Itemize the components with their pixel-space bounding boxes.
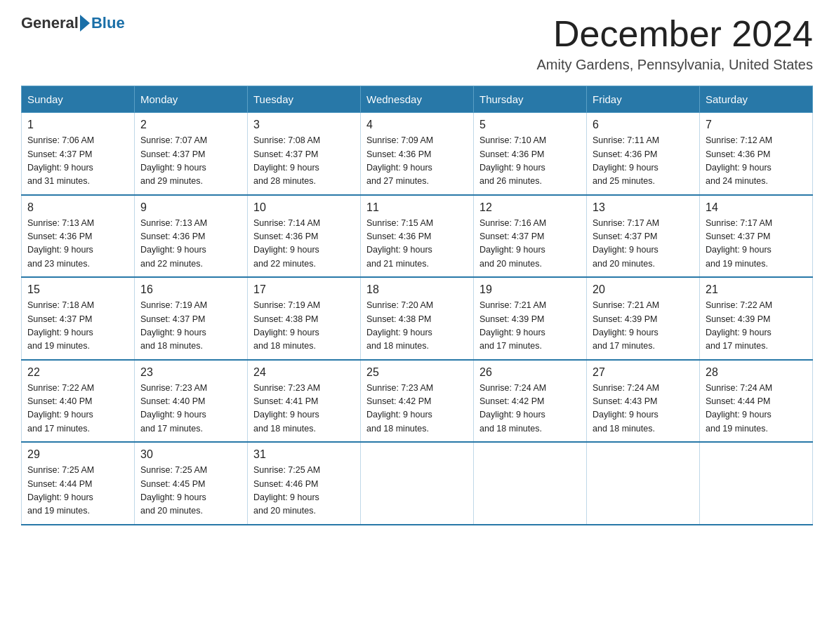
calendar-cell bbox=[474, 442, 587, 525]
calendar-cell bbox=[361, 442, 474, 525]
day-number: 1 bbox=[27, 119, 128, 131]
day-number: 30 bbox=[140, 448, 241, 461]
calendar-cell: 9 Sunrise: 7:13 AM Sunset: 4:36 PM Dayli… bbox=[135, 195, 248, 278]
day-info: Sunrise: 7:19 AM Sunset: 4:37 PM Dayligh… bbox=[140, 299, 241, 354]
calendar-cell: 19 Sunrise: 7:21 AM Sunset: 4:39 PM Dayl… bbox=[474, 277, 587, 360]
day-info: Sunrise: 7:25 AM Sunset: 4:45 PM Dayligh… bbox=[140, 464, 241, 518]
day-number: 22 bbox=[27, 366, 128, 379]
day-number: 29 bbox=[27, 448, 128, 461]
week-row-4: 22 Sunrise: 7:22 AM Sunset: 4:40 PM Dayl… bbox=[22, 360, 813, 443]
calendar-cell: 24 Sunrise: 7:23 AM Sunset: 4:41 PM Dayl… bbox=[248, 360, 361, 443]
day-number: 25 bbox=[366, 366, 468, 379]
calendar-cell: 23 Sunrise: 7:23 AM Sunset: 4:40 PM Dayl… bbox=[135, 360, 248, 443]
calendar-cell: 21 Sunrise: 7:22 AM Sunset: 4:39 PM Dayl… bbox=[700, 277, 813, 360]
day-info: Sunrise: 7:22 AM Sunset: 4:40 PM Dayligh… bbox=[27, 382, 128, 436]
day-info: Sunrise: 7:15 AM Sunset: 4:36 PM Dayligh… bbox=[366, 217, 468, 271]
day-info: Sunrise: 7:25 AM Sunset: 4:44 PM Dayligh… bbox=[27, 464, 128, 518]
day-info: Sunrise: 7:16 AM Sunset: 4:37 PM Dayligh… bbox=[479, 217, 581, 271]
day-info: Sunrise: 7:21 AM Sunset: 4:39 PM Dayligh… bbox=[593, 299, 694, 354]
day-info: Sunrise: 7:07 AM Sunset: 4:37 PM Dayligh… bbox=[140, 134, 241, 189]
header-wednesday: Wednesday bbox=[361, 86, 474, 113]
calendar-cell: 17 Sunrise: 7:19 AM Sunset: 4:38 PM Dayl… bbox=[248, 277, 361, 360]
title-area: December 2024 Amity Gardens, Pennsylvani… bbox=[536, 14, 813, 73]
header-monday: Monday bbox=[135, 86, 248, 113]
day-number: 11 bbox=[366, 201, 468, 214]
header-friday: Friday bbox=[587, 86, 700, 113]
calendar-cell: 22 Sunrise: 7:22 AM Sunset: 4:40 PM Dayl… bbox=[22, 360, 135, 443]
calendar-cell: 10 Sunrise: 7:14 AM Sunset: 4:36 PM Dayl… bbox=[248, 195, 361, 278]
calendar-cell: 5 Sunrise: 7:10 AM Sunset: 4:36 PM Dayli… bbox=[474, 113, 587, 195]
day-info: Sunrise: 7:24 AM Sunset: 4:43 PM Dayligh… bbox=[593, 382, 694, 436]
logo-blue-text: Blue bbox=[91, 14, 125, 32]
day-info: Sunrise: 7:11 AM Sunset: 4:36 PM Dayligh… bbox=[593, 134, 694, 189]
day-info: Sunrise: 7:08 AM Sunset: 4:37 PM Dayligh… bbox=[253, 134, 355, 189]
week-row-2: 8 Sunrise: 7:13 AM Sunset: 4:36 PM Dayli… bbox=[22, 195, 813, 278]
header-saturday: Saturday bbox=[700, 86, 813, 113]
location-title: Amity Gardens, Pennsylvania, United Stat… bbox=[536, 57, 813, 73]
day-number: 20 bbox=[593, 283, 694, 296]
calendar-cell: 2 Sunrise: 7:07 AM Sunset: 4:37 PM Dayli… bbox=[135, 113, 248, 195]
day-info: Sunrise: 7:06 AM Sunset: 4:37 PM Dayligh… bbox=[27, 134, 128, 189]
calendar-cell: 12 Sunrise: 7:16 AM Sunset: 4:37 PM Dayl… bbox=[474, 195, 587, 278]
day-info: Sunrise: 7:23 AM Sunset: 4:41 PM Dayligh… bbox=[253, 382, 355, 436]
day-number: 16 bbox=[140, 283, 241, 296]
header-sunday: Sunday bbox=[22, 86, 135, 113]
day-info: Sunrise: 7:10 AM Sunset: 4:36 PM Dayligh… bbox=[479, 134, 581, 189]
calendar-cell: 20 Sunrise: 7:21 AM Sunset: 4:39 PM Dayl… bbox=[587, 277, 700, 360]
day-info: Sunrise: 7:24 AM Sunset: 4:44 PM Dayligh… bbox=[706, 382, 807, 436]
calendar-cell: 13 Sunrise: 7:17 AM Sunset: 4:37 PM Dayl… bbox=[587, 195, 700, 278]
calendar-cell: 1 Sunrise: 7:06 AM Sunset: 4:37 PM Dayli… bbox=[22, 113, 135, 195]
calendar-cell: 26 Sunrise: 7:24 AM Sunset: 4:42 PM Dayl… bbox=[474, 360, 587, 443]
week-row-3: 15 Sunrise: 7:18 AM Sunset: 4:37 PM Dayl… bbox=[22, 277, 813, 360]
day-info: Sunrise: 7:09 AM Sunset: 4:36 PM Dayligh… bbox=[366, 134, 468, 189]
day-info: Sunrise: 7:25 AM Sunset: 4:46 PM Dayligh… bbox=[253, 464, 355, 518]
day-info: Sunrise: 7:21 AM Sunset: 4:39 PM Dayligh… bbox=[479, 299, 581, 354]
day-info: Sunrise: 7:20 AM Sunset: 4:38 PM Dayligh… bbox=[366, 299, 468, 354]
calendar-cell: 15 Sunrise: 7:18 AM Sunset: 4:37 PM Dayl… bbox=[22, 277, 135, 360]
day-number: 10 bbox=[253, 201, 355, 214]
calendar-cell: 16 Sunrise: 7:19 AM Sunset: 4:37 PM Dayl… bbox=[135, 277, 248, 360]
day-number: 23 bbox=[140, 366, 241, 379]
calendar-cell: 30 Sunrise: 7:25 AM Sunset: 4:45 PM Dayl… bbox=[135, 442, 248, 525]
month-title: December 2024 bbox=[536, 14, 813, 54]
day-number: 6 bbox=[593, 119, 694, 131]
calendar-table: SundayMondayTuesdayWednesdayThursdayFrid… bbox=[21, 86, 813, 525]
calendar-cell: 6 Sunrise: 7:11 AM Sunset: 4:36 PM Dayli… bbox=[587, 113, 700, 195]
day-info: Sunrise: 7:17 AM Sunset: 4:37 PM Dayligh… bbox=[593, 217, 694, 271]
calendar-cell: 29 Sunrise: 7:25 AM Sunset: 4:44 PM Dayl… bbox=[22, 442, 135, 525]
calendar-cell: 11 Sunrise: 7:15 AM Sunset: 4:36 PM Dayl… bbox=[361, 195, 474, 278]
day-number: 12 bbox=[479, 201, 581, 214]
week-row-1: 1 Sunrise: 7:06 AM Sunset: 4:37 PM Dayli… bbox=[22, 113, 813, 195]
calendar-cell bbox=[587, 442, 700, 525]
day-number: 13 bbox=[593, 201, 694, 214]
calendar-cell: 14 Sunrise: 7:17 AM Sunset: 4:37 PM Dayl… bbox=[700, 195, 813, 278]
day-number: 26 bbox=[479, 366, 581, 379]
calendar-cell: 8 Sunrise: 7:13 AM Sunset: 4:36 PM Dayli… bbox=[22, 195, 135, 278]
day-number: 15 bbox=[27, 283, 128, 296]
day-number: 14 bbox=[706, 201, 807, 214]
day-info: Sunrise: 7:13 AM Sunset: 4:36 PM Dayligh… bbox=[140, 217, 241, 271]
header: General Blue December 2024 Amity Gardens… bbox=[21, 14, 813, 73]
day-number: 24 bbox=[253, 366, 355, 379]
day-number: 19 bbox=[479, 283, 581, 296]
logo-arrow-icon bbox=[80, 15, 90, 32]
day-number: 18 bbox=[366, 283, 468, 296]
day-info: Sunrise: 7:23 AM Sunset: 4:40 PM Dayligh… bbox=[140, 382, 241, 436]
day-number: 2 bbox=[140, 119, 241, 131]
day-info: Sunrise: 7:18 AM Sunset: 4:37 PM Dayligh… bbox=[27, 299, 128, 354]
header-thursday: Thursday bbox=[474, 86, 587, 113]
day-number: 3 bbox=[253, 119, 355, 131]
day-number: 4 bbox=[366, 119, 468, 131]
calendar-cell: 7 Sunrise: 7:12 AM Sunset: 4:36 PM Dayli… bbox=[700, 113, 813, 195]
calendar-cell: 27 Sunrise: 7:24 AM Sunset: 4:43 PM Dayl… bbox=[587, 360, 700, 443]
day-number: 21 bbox=[706, 283, 807, 296]
day-number: 17 bbox=[253, 283, 355, 296]
day-info: Sunrise: 7:22 AM Sunset: 4:39 PM Dayligh… bbox=[706, 299, 807, 354]
day-number: 28 bbox=[706, 366, 807, 379]
day-info: Sunrise: 7:12 AM Sunset: 4:36 PM Dayligh… bbox=[706, 134, 807, 189]
logo-general-text: General bbox=[21, 14, 79, 32]
day-number: 7 bbox=[706, 119, 807, 131]
week-row-5: 29 Sunrise: 7:25 AM Sunset: 4:44 PM Dayl… bbox=[22, 442, 813, 525]
day-number: 31 bbox=[253, 448, 355, 461]
day-number: 9 bbox=[140, 201, 241, 214]
